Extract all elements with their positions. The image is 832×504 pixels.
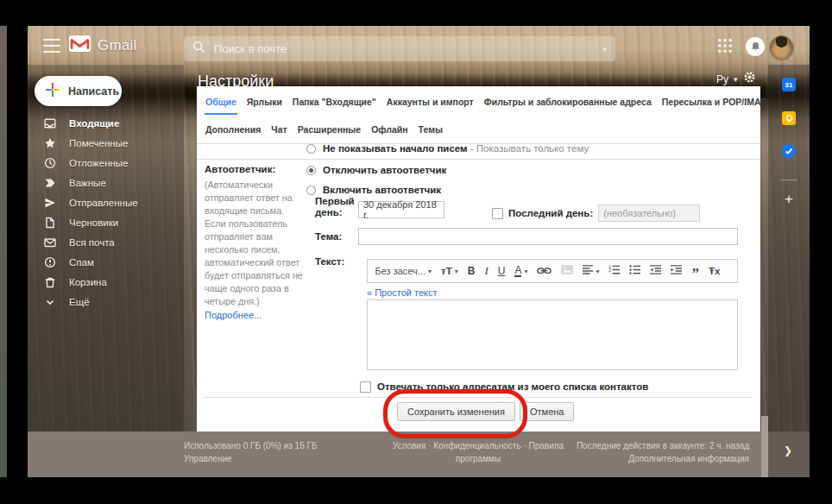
insert-image-button[interactable] bbox=[557, 261, 578, 281]
sidebar-item-important[interactable]: Важные bbox=[28, 173, 184, 192]
align-button[interactable]: ▾ bbox=[578, 261, 604, 281]
main-menu-icon[interactable] bbox=[43, 39, 60, 53]
trash-icon bbox=[44, 276, 56, 288]
first-day-label: Первый день: bbox=[315, 196, 354, 218]
account-activity: Последние действия в аккаунте: 2 ч. наза… bbox=[577, 439, 749, 465]
formatting-toolbar: Без засеч... ▾ тТ ▾ B I bbox=[367, 259, 738, 283]
collapse-panel-chevron-icon[interactable]: ❯ bbox=[784, 444, 792, 457]
language-caret-icon[interactable]: ▾ bbox=[734, 75, 738, 84]
sidebar-item-drafts[interactable]: Черновики bbox=[28, 212, 184, 232]
text-color-button[interactable]: A ▾ bbox=[510, 261, 533, 281]
font-family-button[interactable]: Без засеч... ▾ bbox=[370, 261, 437, 281]
contacts-only-row: Отвечать только адресатам из моего списк… bbox=[360, 381, 648, 393]
inbox-icon bbox=[44, 117, 56, 129]
quote-button[interactable]: ” bbox=[687, 261, 704, 281]
svg-text:2: 2 bbox=[608, 268, 611, 273]
language-selector[interactable]: Ру bbox=[716, 73, 728, 85]
settings-card: ОбщиеЯрлыкиПапка "Входящие"Аккаунты и им… bbox=[197, 86, 760, 432]
star-icon bbox=[44, 137, 56, 149]
dropdown-caret-icon: ▾ bbox=[524, 268, 527, 275]
save-changes-button[interactable]: Сохранить изменения bbox=[397, 402, 515, 421]
account-avatar[interactable] bbox=[770, 36, 793, 60]
sidebar-item-inbox[interactable]: Входящие bbox=[28, 113, 184, 133]
last-day-checkbox[interactable] bbox=[492, 208, 503, 219]
spam-icon bbox=[44, 256, 56, 268]
contacts-only-checkbox[interactable] bbox=[360, 381, 371, 393]
last-day-label: Последний день: bbox=[508, 208, 593, 218]
responder-on-label: Включить автоответчик bbox=[323, 185, 441, 195]
plain-text-link[interactable]: « Простой текст bbox=[367, 287, 438, 298]
snippet-radio[interactable] bbox=[306, 144, 316, 154]
settings-header-right: Ру ▾ bbox=[716, 71, 756, 87]
responder-off-row: Отключить автоответчик bbox=[306, 163, 446, 177]
response-body-textarea[interactable] bbox=[367, 299, 738, 370]
compose-plus-icon bbox=[45, 82, 60, 100]
compose-button[interactable]: Написать bbox=[35, 76, 122, 106]
screen-edge bbox=[0, 26, 7, 477]
sidebar-item-trash[interactable]: Корзина bbox=[28, 272, 184, 292]
storage-info: Использовано 0 ГБ (0%) из 15 ГБ Управлен… bbox=[184, 439, 317, 465]
dropdown-caret-icon: ▾ bbox=[428, 268, 432, 275]
italic-button[interactable]: I bbox=[480, 261, 493, 281]
insert-link-button[interactable] bbox=[533, 261, 557, 281]
tab-filters[interactable]: Фильтры и заблокированные адреса bbox=[483, 95, 652, 109]
details-link[interactable]: Дополнительная информация bbox=[577, 452, 749, 465]
learn-more-link[interactable]: Подробнее... bbox=[205, 310, 306, 320]
keep-icon[interactable] bbox=[782, 111, 796, 125]
notifications-bell-icon[interactable] bbox=[746, 37, 765, 56]
search-options-caret-icon[interactable]: ▾ bbox=[602, 45, 607, 54]
sidebar-item-sent[interactable]: Отправленные bbox=[28, 192, 184, 212]
font-size-button[interactable]: тТ ▾ bbox=[437, 261, 463, 281]
tab-themes[interactable]: Темы bbox=[418, 123, 444, 136]
form-buttons: Сохранить изменения Отмена bbox=[397, 402, 574, 421]
tab-inbox[interactable]: Папка "Входящие" bbox=[292, 95, 377, 109]
calendar-icon[interactable]: 31 bbox=[782, 78, 796, 91]
tab-addons[interactable]: Дополнения bbox=[205, 123, 262, 136]
dropdown-caret-icon: ▾ bbox=[455, 268, 458, 275]
sidebar-item-spam[interactable]: Спам bbox=[28, 252, 184, 272]
storage-line: Использовано 0 ГБ (0%) из 15 ГБ bbox=[184, 439, 317, 452]
tab-offline[interactable]: Офлайн bbox=[370, 123, 408, 136]
tab-general[interactable]: Общие bbox=[205, 95, 237, 109]
snippet-option-row: Не показывать начало писем - Показывать … bbox=[306, 142, 589, 155]
link-icon bbox=[537, 265, 552, 277]
list-ul-icon bbox=[629, 265, 640, 277]
numbered-list-button[interactable]: 12 bbox=[604, 261, 625, 281]
responder-on-radio[interactable] bbox=[306, 186, 316, 195]
sidebar-item-starred[interactable]: Помеченные bbox=[28, 133, 184, 153]
apps-grid-icon[interactable] bbox=[717, 38, 733, 54]
snippet-label: Не показывать начало писем - Показывать … bbox=[323, 143, 589, 154]
sidebar-item-more[interactable]: Ещё bbox=[28, 292, 184, 312]
bulleted-list-button[interactable] bbox=[625, 261, 646, 281]
scrollbar-thumb[interactable] bbox=[761, 416, 768, 477]
outdent-button[interactable] bbox=[646, 261, 666, 281]
divider bbox=[197, 159, 760, 160]
bold-button[interactable]: B bbox=[463, 261, 480, 281]
subject-label: Тема: bbox=[315, 231, 358, 242]
responder-off-radio[interactable] bbox=[306, 166, 316, 175]
underline-button[interactable]: U bbox=[493, 261, 510, 281]
tasks-icon[interactable] bbox=[782, 144, 796, 158]
vacation-description-column: Автоответчик: (Автоматически отправляет … bbox=[205, 164, 306, 320]
tab-chat[interactable]: Чат bbox=[270, 123, 287, 136]
settings-gear-icon[interactable] bbox=[743, 71, 756, 87]
sidebar-nav: Входящие Помеченные Отложенные Важные От… bbox=[28, 113, 184, 312]
get-addons-plus-icon[interactable]: + bbox=[780, 191, 797, 208]
remove-formatting-button[interactable]: Ŧx bbox=[703, 261, 724, 281]
search-bar[interactable]: Поиск в почте ▾ bbox=[184, 36, 615, 61]
draft-icon bbox=[44, 217, 56, 229]
tab-accounts[interactable]: Аккаунты и импорт bbox=[386, 95, 475, 109]
tab-labels[interactable]: Ярлыки bbox=[246, 95, 283, 109]
tab-forwarding[interactable]: Пересылка и POP/IMAP bbox=[661, 95, 768, 109]
sidebar-item-all-mail[interactable]: Вся почта bbox=[28, 232, 184, 252]
subject-input[interactable] bbox=[358, 228, 738, 245]
cancel-button[interactable]: Отмена bbox=[520, 402, 574, 421]
last-day-input: (необязательно) bbox=[598, 205, 700, 222]
first-day-input[interactable]: 30 декабря 2018 г. bbox=[358, 201, 444, 218]
sidebar-item-snoozed[interactable]: Отложенные bbox=[28, 153, 184, 173]
manage-storage-link[interactable]: Управление bbox=[184, 452, 317, 465]
tab-advanced[interactable]: Расширенные bbox=[297, 123, 362, 136]
indent-button[interactable] bbox=[666, 261, 687, 281]
first-day-row: Первый день: 30 декабря 2018 г. bbox=[315, 196, 444, 218]
dropdown-caret-icon: ▾ bbox=[596, 268, 599, 275]
